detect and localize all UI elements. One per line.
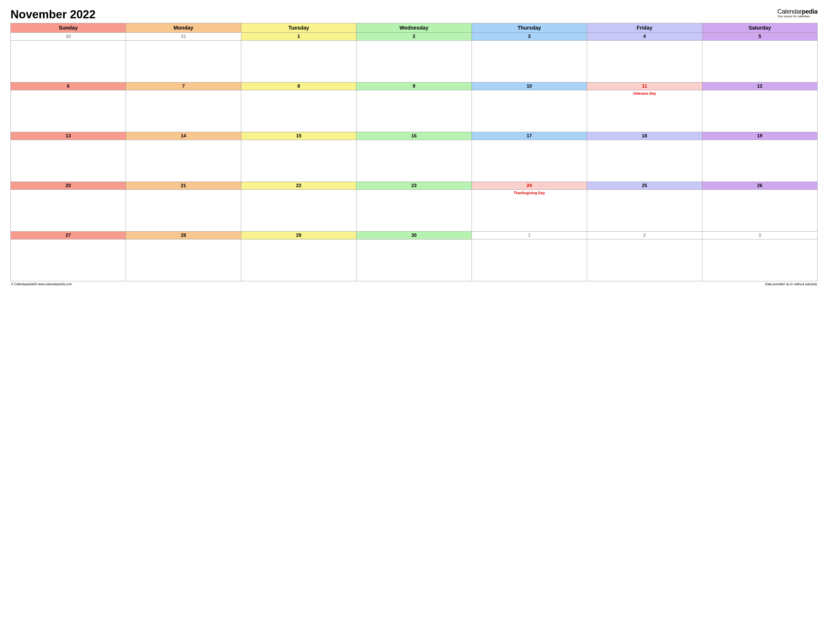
weekday-header-row: Sunday Monday Tuesday Wednesday Thursday… <box>11 23 817 33</box>
day-number: 27 <box>11 232 126 240</box>
day-cell <box>11 240 126 281</box>
daynum-row: 27282930123 <box>11 232 817 240</box>
day-cell <box>241 41 356 82</box>
day-number: 21 <box>126 182 241 190</box>
day-number: 24 <box>472 182 587 190</box>
daynum-row: 303112345 <box>11 33 817 41</box>
day-cell <box>472 240 587 281</box>
day-number: 19 <box>702 132 817 140</box>
day-cell: Veterans Day <box>587 90 702 132</box>
footer-disclaimer: Data provided 'as is' without warranty <box>765 282 817 286</box>
day-number: 20 <box>11 182 126 190</box>
day-number: 8 <box>241 82 356 90</box>
day-number: 4 <box>587 33 702 41</box>
day-cell <box>587 140 702 182</box>
day-number: 23 <box>356 182 472 190</box>
day-cell <box>356 140 472 182</box>
day-number: 15 <box>241 132 356 140</box>
day-cell <box>356 90 472 132</box>
day-body-row <box>11 41 817 82</box>
day-cell <box>702 190 817 232</box>
weekday-monday: Monday <box>126 23 241 33</box>
day-number: 13 <box>11 132 126 140</box>
day-cell <box>241 140 356 182</box>
day-number: 10 <box>472 82 587 90</box>
daynum-row: 6789101112 <box>11 82 817 90</box>
day-cell <box>702 240 817 281</box>
day-body-row <box>11 240 817 281</box>
day-number: 9 <box>356 82 472 90</box>
day-number: 7 <box>126 82 241 90</box>
day-number: 29 <box>241 232 356 240</box>
day-number: 1 <box>472 232 587 240</box>
day-cell <box>472 90 587 132</box>
day-cell <box>587 41 702 82</box>
day-number: 17 <box>472 132 587 140</box>
calendar-grid: Sunday Monday Tuesday Wednesday Thursday… <box>11 23 817 281</box>
day-cell <box>702 90 817 132</box>
day-number: 6 <box>11 82 126 90</box>
daynum-row: 13141516171819 <box>11 132 817 140</box>
footer-copyright: © Calendarpedia® www.calendarpedia.com <box>11 282 72 286</box>
weekday-thursday: Thursday <box>472 23 587 33</box>
day-body-row: Veterans Day <box>11 90 817 132</box>
day-body-row: Thanksgiving Day <box>11 190 817 232</box>
day-cell: Thanksgiving Day <box>472 190 587 232</box>
day-number: 1 <box>241 33 356 41</box>
day-cell <box>472 41 587 82</box>
day-number: 3 <box>702 232 817 240</box>
day-number: 26 <box>702 182 817 190</box>
weekday-friday: Friday <box>587 23 702 33</box>
day-cell <box>126 41 241 82</box>
day-cell <box>472 140 587 182</box>
day-number: 3 <box>472 33 587 41</box>
day-cell <box>241 90 356 132</box>
day-number: 31 <box>126 33 241 41</box>
page-title: November 2022 <box>11 8 96 21</box>
weekday-saturday: Saturday <box>702 23 817 33</box>
day-cell <box>126 190 241 232</box>
day-cell <box>241 190 356 232</box>
weekday-sunday: Sunday <box>11 23 126 33</box>
day-cell <box>587 240 702 281</box>
day-number: 25 <box>587 182 702 190</box>
day-cell <box>11 90 126 132</box>
holiday-label: Thanksgiving Day <box>474 191 585 195</box>
day-cell <box>356 41 472 82</box>
day-cell <box>11 140 126 182</box>
brand-part1: Calendar <box>777 8 801 15</box>
day-number: 12 <box>702 82 817 90</box>
daynum-row: 20212223242526 <box>11 182 817 190</box>
day-number: 28 <box>126 232 241 240</box>
day-cell <box>356 240 472 281</box>
day-number: 2 <box>356 33 472 41</box>
day-number: 2 <box>587 232 702 240</box>
brand-part2: pedia <box>802 8 817 15</box>
weekday-tuesday: Tuesday <box>241 23 356 33</box>
day-number: 30 <box>356 232 472 240</box>
day-cell <box>587 190 702 232</box>
day-cell <box>11 41 126 82</box>
day-body-row <box>11 140 817 182</box>
day-cell <box>356 190 472 232</box>
weekday-wednesday: Wednesday <box>356 23 472 33</box>
day-cell <box>702 140 817 182</box>
day-number: 16 <box>356 132 472 140</box>
day-cell <box>702 41 817 82</box>
day-cell <box>126 240 241 281</box>
brand-logo: Calendarpedia Your source for calendars <box>777 8 817 18</box>
day-cell <box>126 140 241 182</box>
day-number: 14 <box>126 132 241 140</box>
day-number: 30 <box>11 33 126 41</box>
day-number: 5 <box>702 33 817 41</box>
day-number: 18 <box>587 132 702 140</box>
day-cell <box>241 240 356 281</box>
day-number: 11 <box>587 82 702 90</box>
holiday-label: Veterans Day <box>588 91 700 96</box>
day-cell <box>11 190 126 232</box>
day-cell <box>126 90 241 132</box>
day-number: 22 <box>241 182 356 190</box>
